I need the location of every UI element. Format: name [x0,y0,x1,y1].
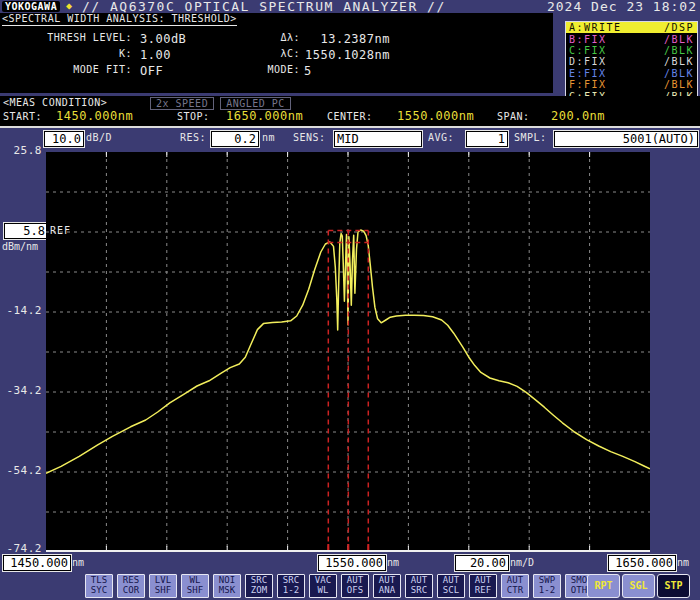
delta-lambda-label: Δλ: [238,32,300,48]
res-field[interactable]: 0.2 [211,131,259,147]
center-value[interactable]: 1550.000nm [397,109,474,123]
start-value[interactable]: 1450.000nm [56,109,133,123]
y-axis-label: -74.2 [1,542,42,555]
trace-name: E:FIX [569,68,607,79]
stop-sweep-button[interactable]: STP [657,574,690,598]
softkey-src-zom[interactable]: SRCZOM [245,574,273,598]
softkey-aut-ana[interactable]: AUTANA [373,574,401,598]
trace-row-e[interactable]: E:FIX/BLK [566,68,697,79]
trace-row-f[interactable]: F:FIX/BLK [566,79,697,90]
span-value[interactable]: 200.0nm [551,109,605,123]
mode-fit-value: OFF [140,64,230,80]
trace-name: A:WRITE [569,22,622,33]
softkey-line1: LVL [150,575,176,585]
softkey-line1: AUT [470,575,496,585]
softkey-line2: COR [118,585,144,595]
softkey-aut-ctr[interactable]: AUTCTR [501,574,529,598]
x-start-unit: nm [72,557,84,568]
mode-fit-label: MODE FIT: [0,64,132,80]
x-stop-unit: nm [677,557,689,568]
smpl-field[interactable]: 5001(AUTO) [554,131,698,147]
x-center-unit: nm [387,557,399,568]
sens-label: SENS: [293,132,326,143]
x-stop-field[interactable]: 1650.000 [608,555,676,571]
softkey-lvl-shf[interactable]: LVLSHF [149,574,177,598]
trace-mode: /BLK [664,79,694,90]
yokogawa-diamond-icon: ◆ [66,0,72,12]
x-div-unit: nm/D [510,557,534,568]
softkey-line2: SHF [182,585,208,595]
ref-level-unit: dBm/nm [2,241,38,252]
lambda-c-label: λC: [238,48,300,64]
trace-mode: /BLK [664,68,694,79]
stop-value[interactable]: 1650.000nm [226,109,303,123]
avg-field[interactable]: 1 [466,131,508,147]
softkey-line2: MSK [214,585,240,595]
y-axis-label-top: 25.8 [1,144,42,157]
softkey-aut-ofs[interactable]: AUTOFS [341,574,369,598]
y-axis-label: -14.2 [1,304,42,317]
softkey-line2: ZOM [246,585,272,595]
trace-mode: /BLK [664,34,694,45]
softkey-src-1-2[interactable]: SRC1-2 [277,574,305,598]
center-label: CENTER: [327,111,373,122]
softkey-line1: VAC [310,575,336,585]
softkey-line1: AUT [438,575,464,585]
repeat-sweep-button[interactable]: RPT [587,574,620,598]
softkey-line2: CTR [502,585,528,595]
trace-mode: /DSP [664,22,694,33]
y-axis-label: -34.2 [1,384,42,397]
yokogawa-logo: YOKOGAWA [2,1,60,12]
softkey-line1: SWP [534,575,560,585]
softkey-line2: SYC [86,585,112,595]
trace-row-b[interactable]: B:FIX/BLK [566,33,697,44]
softkey-line2: REF [470,585,496,595]
softkey-line2: 1-2 [278,585,304,595]
k-value: 1.00 [140,48,230,64]
trace-row-d[interactable]: D:FIX/BLK [566,56,697,67]
meas-condition-block: <MEAS CONDITION> 2x SPEED ANGLED PC STAR… [0,96,700,128]
app-title: // AQ6370C OPTICAL SPECTRUM ANALYZER // [82,0,446,13]
softkey-aut-ref[interactable]: AUTREF [469,574,497,598]
trace-legend-panel: A:WRITE/DSPB:FIX/BLKC:FIX/BLKD:FIX/BLKE:… [565,21,698,103]
level-scale-unit: dB/D [86,132,112,143]
softkey-line2: SHF [150,585,176,595]
trace-name: F:FIX [569,79,607,90]
softkey-swp-1-2[interactable]: SWP1-2 [533,574,561,598]
x-start-field[interactable]: 1450.000 [3,555,71,571]
softkey-line2: ANA [374,585,400,595]
softkey-res-cor[interactable]: RESCOR [117,574,145,598]
spectrum-plot-canvas [46,152,650,552]
sens-field[interactable]: MID [334,131,422,147]
softkey-line2: 1-2 [534,585,560,595]
smpl-label: SMPL: [514,132,547,143]
avg-label: AVG: [428,132,454,143]
ref-level-field[interactable]: 5.8 [4,223,48,239]
softkey-tls-syc[interactable]: TLSSYC [85,574,113,598]
start-label: START: [3,111,42,122]
softkey-aut-src[interactable]: AUTSRC [405,574,433,598]
single-sweep-button[interactable]: SGL [622,574,655,598]
softkey-wl-shf[interactable]: WLSHF [181,574,209,598]
analysis-block: <SPECTRAL WIDTH ANALYSIS: THRESHOLD> THR… [0,13,553,93]
trace-row-c[interactable]: C:FIX/BLK [566,45,697,56]
thresh-level-label: THRESH LEVEL: [0,32,132,48]
softkey-line1: SRC [246,575,272,585]
softkey-noi-msk[interactable]: NOIMSK [213,574,241,598]
y-axis-label: -54.2 [1,464,42,477]
softkey-aut-scl[interactable]: AUTSCL [437,574,465,598]
x-center-field[interactable]: 1550.000 [318,555,386,571]
softkey-vac-wl[interactable]: VACWL [309,574,337,598]
softkey-line1: TLS [86,575,112,585]
x-div-field[interactable]: 20.00 [455,555,509,571]
trace-row-a[interactable]: A:WRITE/DSP [566,22,697,33]
delta-lambda-value: 13.2387nm [304,32,390,48]
k-label: K: [0,48,132,64]
analysis-header: <SPECTRAL WIDTH ANALYSIS: THRESHOLD> [2,13,237,26]
trace-name: B:FIX [569,34,607,45]
level-scale-field[interactable]: 10.0 [44,131,84,147]
trace-name: C:FIX [569,45,607,56]
softkey-line1: AUT [406,575,432,585]
mode-count-value: 5 [304,64,390,80]
softkey-line1: AUT [502,575,528,585]
